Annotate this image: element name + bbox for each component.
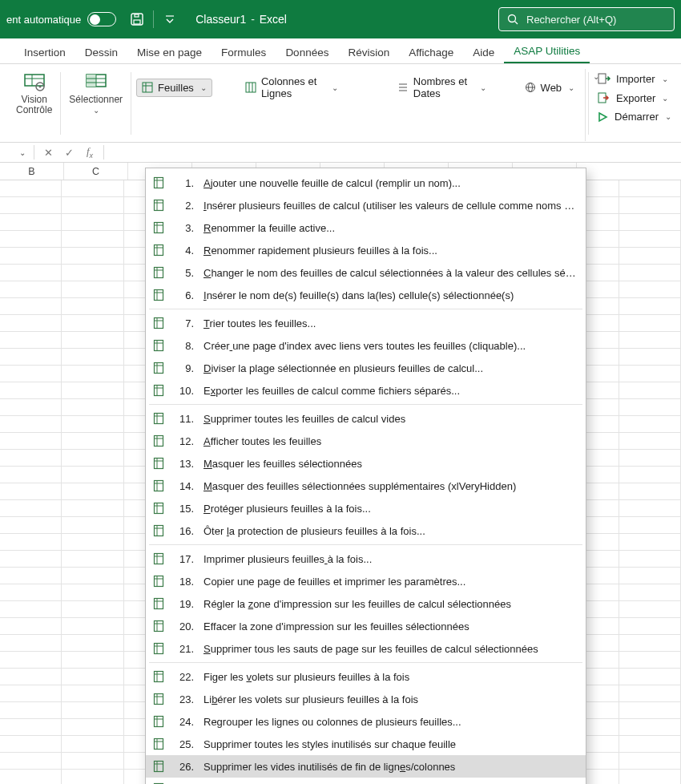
svg-rect-105 <box>155 762 163 772</box>
name-box-dropdown-icon[interactable]: ⌄ <box>16 148 29 157</box>
select-button[interactable]: Sélectionner⌄ <box>69 69 123 115</box>
menu-item[interactable]: 20.Effacer la zone d'impression sur les … <box>146 615 586 637</box>
search-bar[interactable] <box>498 7 675 31</box>
start-button[interactable]: Démarrer⌄ <box>597 111 671 123</box>
menu-item[interactable]: 3.Renommer la feuille active... <box>146 216 586 239</box>
formula-bar: ⌄ ✕ ✓ fx <box>0 143 681 163</box>
tab-dessin[interactable]: Dessin <box>75 42 127 63</box>
save-icon[interactable] <box>129 11 145 27</box>
vision-label: Vision Contrôle <box>16 95 52 115</box>
svg-line-5 <box>515 22 518 25</box>
sheet-icon <box>152 361 167 375</box>
menu-item[interactable]: 5.Changer le nom des feuilles de calcul … <box>146 261 586 284</box>
confirm-icon[interactable]: ✓ <box>60 143 78 161</box>
column-header[interactable]: C <box>64 163 128 180</box>
sheet-icon <box>152 434 167 448</box>
menu-item[interactable]: 11.Supprimer toutes les feuilles de calc… <box>146 407 586 430</box>
import-button[interactable]: Importer⌄ <box>597 72 671 85</box>
svg-rect-16 <box>143 83 152 92</box>
doc-name: Classeur1 <box>195 13 246 26</box>
svg-rect-63 <box>155 436 163 447</box>
svg-rect-81 <box>155 576 163 587</box>
feuilles-dropdown[interactable]: Feuilles⌄ <box>136 79 212 97</box>
ribbon-body: Vision Contrôle Sélectionner⌄ Feuilles⌄ … <box>0 64 681 143</box>
menu-item[interactable]: 22.Figer les volets sur plusieurs feuill… <box>146 665 586 688</box>
svg-rect-78 <box>155 554 163 564</box>
tab-aide[interactable]: Aide <box>463 42 504 63</box>
menu-item[interactable]: 8.Créer une page d'index avec liens vers… <box>146 334 586 357</box>
web-dropdown[interactable]: Web⌄ <box>519 79 581 97</box>
menu-item[interactable]: 4.Renommer rapidement plusieurs feuilles… <box>146 239 586 261</box>
search-input[interactable] <box>526 14 655 26</box>
menu-item[interactable]: 17.Imprimer plusieurs feuilles à la fois… <box>146 548 586 570</box>
menu-item[interactable]: 24.Regrouper les lignes ou colonnes de p… <box>146 710 586 733</box>
sheet-icon <box>152 316 167 330</box>
menu-item[interactable]: 6.Insérer le nom de(s) feuille(s) dans l… <box>146 284 586 306</box>
autosave-label: ent automatique <box>6 14 81 26</box>
menu-item[interactable]: 10.Exporter les feuilles de calcul comme… <box>146 379 586 402</box>
svg-rect-84 <box>155 599 163 609</box>
formula-input[interactable] <box>106 147 681 159</box>
feuilles-menu: 1.Ajouter une nouvelle feuille de calcul… <box>145 168 586 784</box>
separator <box>588 72 589 135</box>
svg-rect-75 <box>155 526 163 536</box>
menu-item[interactable]: 2.Insérer plusieurs feuilles de calcul (… <box>146 194 586 216</box>
svg-rect-93 <box>155 672 163 682</box>
sheet-icon <box>152 243 167 257</box>
menu-item[interactable]: 21.Supprimer tous les sauts de page sur … <box>146 637 586 660</box>
vision-button[interactable]: Vision Contrôle <box>16 69 52 115</box>
quick-access-dropdown[interactable] <box>162 11 178 27</box>
menu-item[interactable]: 26.Supprimer les vides inutilisés de fin… <box>146 755 586 778</box>
column-header[interactable]: B <box>0 163 64 180</box>
tab-insertion[interactable]: Insertion <box>14 42 75 63</box>
menu-item[interactable]: 19.Régler la zone d'impression sur les f… <box>146 592 586 615</box>
title-bar: ent automatique Classeur1 - Excel <box>0 0 681 38</box>
svg-rect-69 <box>155 481 163 491</box>
tab-asap-utilities[interactable]: ASAP Utilities <box>504 40 590 63</box>
svg-rect-87 <box>155 621 163 632</box>
menu-item[interactable]: 25.Supprimer toutes les styles inutilisé… <box>146 733 586 755</box>
svg-rect-28 <box>598 74 606 83</box>
svg-rect-90 <box>155 644 163 654</box>
svg-rect-57 <box>155 386 163 396</box>
menu-item[interactable]: 16.Ôter la protection de plusieurs feuil… <box>146 519 586 542</box>
svg-rect-2 <box>135 14 139 17</box>
nombres-dropdown[interactable]: Nombres et Dates⌄ <box>392 72 492 103</box>
menu-item[interactable]: 12.Afficher toutes les feuilles <box>146 430 586 452</box>
menu-item[interactable]: 1.Ajouter une nouvelle feuille de calcul… <box>146 172 586 194</box>
menu-item[interactable]: 18.Copier une page de feuilles et imprim… <box>146 570 586 592</box>
svg-rect-39 <box>155 245 163 256</box>
sheet-icon <box>152 737 167 751</box>
document-title: Classeur1 - Excel <box>195 13 287 26</box>
menu-item[interactable]: 15.Protéger plusieurs feuilles à la fois… <box>146 497 586 519</box>
tab-mise-en-page[interactable]: Mise en page <box>127 42 212 63</box>
sheet-icon <box>152 220 167 235</box>
sheet-icon <box>152 288 167 302</box>
select-group: Sélectionner⌄ <box>61 69 131 138</box>
autosave-toggle[interactable] <box>87 12 116 26</box>
svg-rect-72 <box>155 503 163 514</box>
tab-révision[interactable]: Révision <box>338 42 399 63</box>
svg-rect-66 <box>155 459 163 469</box>
fx-icon[interactable]: fx <box>81 143 99 161</box>
menu-item[interactable]: 27.Rétablir la dernière cellule d'Excel <box>146 778 586 784</box>
menu-item[interactable]: 23.Libérer les volets sur plusieurs feui… <box>146 688 586 710</box>
app-name: Excel <box>260 13 287 26</box>
sheet-icon <box>152 456 167 471</box>
menu-item[interactable]: 7.Trier toutes les feuilles... <box>146 312 586 334</box>
colonnes-dropdown[interactable]: Colonnes et Lignes⌄ <box>240 72 344 103</box>
tab-affichage[interactable]: Affichage <box>399 42 463 63</box>
svg-rect-12 <box>87 75 96 87</box>
tab-données[interactable]: Données <box>276 42 338 63</box>
overflow-chevron[interactable]: ⌄ <box>593 72 599 81</box>
divider <box>153 10 154 28</box>
sheet-icon <box>152 411 167 426</box>
cancel-icon[interactable]: ✕ <box>39 143 57 161</box>
menu-item[interactable]: 14.Masquer des feuilles sélectionnées su… <box>146 475 586 497</box>
menu-item[interactable]: 9.Diviser la plage sélectionnée en plusi… <box>146 357 586 379</box>
export-button[interactable]: Exporter⌄ <box>597 91 671 104</box>
sheet-icon <box>152 383 167 398</box>
menu-item[interactable]: 13.Masquer les feuilles sélectionnées <box>146 452 586 475</box>
tab-formules[interactable]: Formules <box>212 42 276 63</box>
svg-rect-6 <box>25 75 44 86</box>
